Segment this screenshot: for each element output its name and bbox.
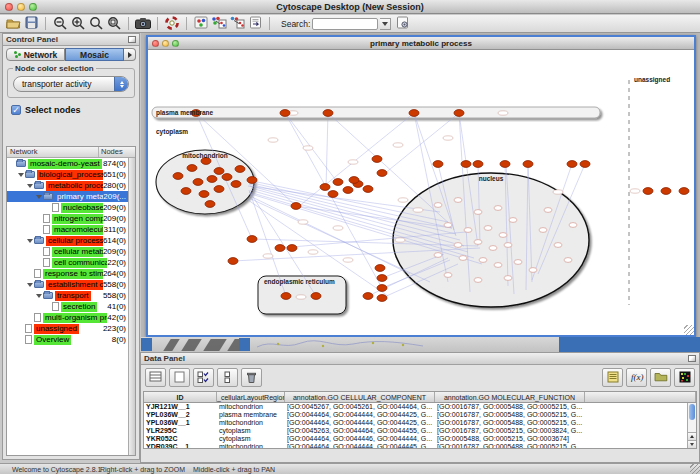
column-header-id[interactable]: ID xyxy=(144,392,217,402)
tree-row-cellular-metabol[interactable]: cellular metabol209(0) xyxy=(7,246,128,257)
network-node[interactable] xyxy=(349,177,359,184)
float-panel-icon[interactable] xyxy=(688,355,696,362)
table-row-ylr295c[interactable]: YLR295Ccytoplasm[GO:0045263, GO:0044464,… xyxy=(144,427,696,435)
disclosure-triangle-icon[interactable] xyxy=(27,283,33,287)
import-attributes-button[interactable] xyxy=(650,368,671,387)
node-color-attribute-select[interactable]: transporter activity xyxy=(13,76,129,92)
new-attribute-button[interactable] xyxy=(169,368,190,387)
network-node[interactable] xyxy=(494,263,502,268)
network-node[interactable] xyxy=(320,184,330,191)
network-node[interactable] xyxy=(343,187,353,194)
disclosure-triangle-icon[interactable] xyxy=(36,294,42,298)
network-node[interactable] xyxy=(328,191,338,198)
expand-network-button[interactable] xyxy=(210,16,228,31)
network-node[interactable] xyxy=(181,188,191,195)
network-node[interactable] xyxy=(323,110,333,117)
network-node[interactable] xyxy=(434,203,442,208)
tree-row-mosaic-demo-yeast[interactable]: mosaic-demo-yeast874(0) xyxy=(7,158,128,169)
network-node[interactable] xyxy=(499,233,507,238)
network-node[interactable] xyxy=(372,156,382,163)
scroll-down-button[interactable] xyxy=(688,440,696,448)
network-node[interactable] xyxy=(474,210,482,215)
network-node[interactable] xyxy=(247,177,257,184)
network-node[interactable] xyxy=(643,188,653,195)
search-input[interactable] xyxy=(312,18,378,30)
network-node[interactable] xyxy=(504,276,512,281)
column-header-annotation-go-molecular-function[interactable]: annotation.GO MOLECULAR_FUNCTION xyxy=(435,392,585,402)
merge-network-button[interactable] xyxy=(228,16,246,31)
scroll-up-button[interactable] xyxy=(688,432,696,440)
network-node[interactable] xyxy=(199,191,209,198)
network-node[interactable] xyxy=(473,161,483,168)
disclosure-triangle-icon[interactable] xyxy=(18,173,24,177)
network-node[interactable] xyxy=(444,273,452,278)
network-node[interactable] xyxy=(554,243,562,248)
tree-row-response-to-stimulu[interactable]: response to stimulu264(0) xyxy=(7,268,128,279)
table-row-yjr121w__1[interactable]: YJR121W__1mitochondrion[GO:0045267, GO:0… xyxy=(144,403,696,411)
network-node[interactable] xyxy=(544,208,552,213)
disclosure-triangle-icon[interactable] xyxy=(36,195,42,199)
function-builder-button[interactable]: f(x) xyxy=(626,368,647,387)
network-node[interactable] xyxy=(287,245,297,252)
table-scrollbar-thumb[interactable] xyxy=(689,404,695,420)
network-node[interactable] xyxy=(474,278,482,283)
network-node[interactable] xyxy=(377,170,387,177)
save-button[interactable] xyxy=(22,16,40,31)
tree-row-cellular-process[interactable]: cellular process614(0) xyxy=(7,235,128,246)
tree-row-overview[interactable]: Overview8(0) xyxy=(7,334,128,345)
table-scrollbar[interactable] xyxy=(687,403,696,448)
tree-row-nitrogen-compo[interactable]: nitrogen compo209(0) xyxy=(7,213,128,224)
network-node[interactable] xyxy=(311,293,321,300)
tree-row-primary-metabo[interactable]: primary metabo209(... xyxy=(7,191,128,202)
search-config-button[interactable] xyxy=(393,16,411,31)
network-node[interactable] xyxy=(454,198,462,203)
network-node[interactable] xyxy=(235,166,245,173)
tree-row-cell-communicat[interactable]: cell communicat22(0) xyxy=(7,257,128,268)
tab-network[interactable]: Network xyxy=(6,48,65,61)
tree-row-unassigned[interactable]: unassigned223(0) xyxy=(7,323,128,334)
network-node[interactable] xyxy=(569,223,577,228)
network-node[interactable] xyxy=(377,275,387,282)
tree-column-network[interactable]: Network xyxy=(7,147,99,157)
attribute-table-button[interactable] xyxy=(145,368,166,387)
network-node[interactable] xyxy=(291,203,301,210)
network-node[interactable] xyxy=(529,268,537,273)
network-node[interactable] xyxy=(434,253,442,258)
network-node[interactable] xyxy=(580,161,590,168)
network-node[interactable] xyxy=(231,181,241,188)
network-node[interactable] xyxy=(433,161,443,168)
network-node[interactable] xyxy=(564,258,572,263)
tree-row-biological-process[interactable]: biological_process651(0) xyxy=(7,169,128,180)
network-node[interactable] xyxy=(363,186,373,193)
zoom-fit-button[interactable] xyxy=(87,16,105,31)
float-panel-icon[interactable] xyxy=(128,36,136,43)
search-dropdown-button[interactable] xyxy=(380,18,391,30)
network-node[interactable] xyxy=(523,161,533,168)
network-node[interactable] xyxy=(661,188,671,195)
more-tabs-button[interactable] xyxy=(124,48,136,61)
tree-row-multi-organism-pro[interactable]: multi-organism pro42(0) xyxy=(7,312,128,323)
disclosure-triangle-icon[interactable] xyxy=(27,239,33,243)
network-canvas[interactable]: plasma membranecytoplasmmitochondrionnuc… xyxy=(148,50,694,335)
zoom-selected-button[interactable] xyxy=(105,16,123,31)
network-node[interactable] xyxy=(454,243,462,248)
network-node[interactable] xyxy=(679,188,689,195)
snapshot-button[interactable] xyxy=(134,16,152,31)
network-node[interactable] xyxy=(214,168,224,175)
network-node[interactable] xyxy=(228,258,238,265)
network-node[interactable] xyxy=(214,186,224,193)
table-row-ypl036w__1[interactable]: YPL036W__1mitochondrion[GO:0044464, GO:0… xyxy=(144,419,696,427)
app-resize-grip[interactable] xyxy=(690,464,700,474)
open-folder-button[interactable] xyxy=(4,16,22,31)
network-node[interactable] xyxy=(222,174,232,181)
select-attributes-button[interactable] xyxy=(193,368,214,387)
network-node[interactable] xyxy=(375,265,385,272)
tree-column-nodes[interactable]: Nodes xyxy=(99,147,135,157)
network-node[interactable] xyxy=(509,218,517,223)
tree-scrollbar[interactable] xyxy=(128,158,135,455)
network-window-resize-grip[interactable] xyxy=(684,325,694,335)
tree-row-establishment-of-lo[interactable]: establishment of lo558(0) xyxy=(7,279,128,290)
unselect-attributes-button[interactable] xyxy=(217,368,238,387)
network-node[interactable] xyxy=(474,240,482,245)
attribute-editor-button[interactable] xyxy=(602,368,623,387)
